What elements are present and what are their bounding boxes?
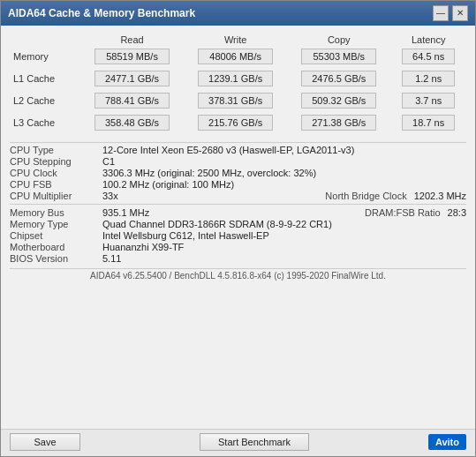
latency-cell: 18.7 ns	[390, 113, 466, 132]
nb-clock-label: North Bridge Clock	[254, 191, 406, 201]
copy-cell: 55303 MB/s	[287, 47, 390, 66]
cpu-fsb-row: CPU FSB 100.2 MHz (original: 100 MHz)	[10, 179, 466, 190]
minimize-button[interactable]: —	[433, 5, 449, 21]
bios-row: BIOS Version 5.11	[10, 253, 466, 264]
close-button[interactable]: ✕	[452, 5, 468, 21]
benchmark-table: Read Write Copy Latency Memory 58519 MB/…	[10, 33, 466, 135]
content-area: Read Write Copy Latency Memory 58519 MB/…	[1, 26, 475, 429]
memory-type-label: Memory Type	[10, 219, 102, 229]
table-row: L1 Cache 2477.1 GB/s 1239.1 GB/s 2476.5 …	[10, 69, 466, 88]
read-cell: 788.41 GB/s	[80, 91, 184, 110]
cpu-clock-label: CPU Clock	[10, 168, 102, 178]
bios-value: 5.11	[102, 253, 466, 264]
motherboard-label: Motherboard	[10, 242, 102, 252]
chipset-value: Intel Wellsburg C612, Intel Haswell-EP	[102, 230, 466, 241]
cpu-multiplier-row: CPU Multiplier 33x North Bridge Clock 12…	[10, 191, 466, 201]
motherboard-value: Huananzhi X99-TF	[102, 242, 466, 252]
button-bar: Save Start Benchmark Avito	[1, 429, 475, 456]
cpu-stepping-label: CPU Stepping	[10, 156, 102, 167]
read-cell: 58519 MB/s	[80, 47, 184, 66]
read-cell: 358.48 GB/s	[80, 113, 184, 132]
memory-type-value: Quad Channel DDR3-1866R SDRAM (8-9-9-22 …	[102, 219, 466, 229]
chipset-label: Chipset	[10, 230, 102, 241]
main-window: AIDA64 Cache & Memory Benchmark — ✕ Read…	[0, 0, 476, 457]
cpu-stepping-row: CPU Stepping C1	[10, 156, 466, 167]
row-label: L1 Cache	[10, 69, 80, 88]
save-button[interactable]: Save	[10, 433, 80, 451]
row-label: Memory	[10, 47, 80, 66]
footer-note: AIDA64 v6.25.5400 / BenchDLL 4.5.816.8-x…	[10, 268, 466, 284]
cpu-type-value: 12-Core Intel Xeon E5-2680 v3 (Haswell-E…	[102, 145, 466, 155]
memory-bus-label: Memory Bus	[10, 207, 102, 218]
memory-type-row: Memory Type Quad Channel DDR3-1866R SDRA…	[10, 219, 466, 229]
cpu-clock-row: CPU Clock 3306.3 MHz (original: 2500 MHz…	[10, 168, 466, 178]
title-bar: AIDA64 Cache & Memory Benchmark — ✕	[1, 1, 475, 26]
table-row: L3 Cache 358.48 GB/s 215.76 GB/s 271.38 …	[10, 113, 466, 132]
table-row: Memory 58519 MB/s 48006 MB/s 55303 MB/s …	[10, 47, 466, 66]
bios-label: BIOS Version	[10, 253, 102, 264]
row-label: L2 Cache	[10, 91, 80, 110]
col-header-latency: Latency	[390, 33, 466, 47]
copy-cell: 271.38 GB/s	[287, 113, 390, 132]
cpu-fsb-label: CPU FSB	[10, 179, 102, 190]
cpu-clock-value: 3306.3 MHz (original: 2500 MHz, overcloc…	[102, 168, 466, 178]
avito-badge: Avito	[428, 434, 466, 450]
write-cell: 378.31 GB/s	[184, 91, 287, 110]
window-controls: — ✕	[433, 5, 468, 21]
table-row: L2 Cache 788.41 GB/s 378.31 GB/s 509.32 …	[10, 91, 466, 110]
info-section: CPU Type 12-Core Intel Xeon E5-2680 v3 (…	[10, 145, 466, 265]
window-title: AIDA64 Cache & Memory Benchmark	[8, 7, 195, 19]
dram-fsb-label: DRAM:FSB Ratio	[271, 207, 440, 218]
cpu-type-row: CPU Type 12-Core Intel Xeon E5-2680 v3 (…	[10, 145, 466, 155]
chipset-row: Chipset Intel Wellsburg C612, Intel Hasw…	[10, 230, 466, 241]
cpu-multiplier-label: CPU Multiplier	[10, 191, 102, 201]
memory-bus-row: Memory Bus 935.1 MHz DRAM:FSB Ratio 28:3	[10, 207, 466, 218]
copy-cell: 2476.5 GB/s	[287, 69, 390, 88]
divider-1	[10, 142, 466, 143]
benchmark-button[interactable]: Start Benchmark	[200, 433, 309, 451]
col-header-copy: Copy	[287, 33, 390, 47]
col-header-read: Read	[80, 33, 184, 47]
write-cell: 1239.1 GB/s	[184, 69, 287, 88]
write-cell: 215.76 GB/s	[184, 113, 287, 132]
cpu-fsb-value: 100.2 MHz (original: 100 MHz)	[102, 179, 466, 190]
write-cell: 48006 MB/s	[184, 47, 287, 66]
copy-cell: 509.32 GB/s	[287, 91, 390, 110]
divider-2	[10, 204, 466, 205]
latency-cell: 1.2 ns	[390, 69, 466, 88]
col-header-write: Write	[184, 33, 287, 47]
nb-clock-value: 1202.3 MHz	[414, 191, 466, 201]
latency-cell: 3.7 ns	[390, 91, 466, 110]
dram-fsb-value: 28:3	[448, 207, 466, 218]
row-label: L3 Cache	[10, 113, 80, 132]
cpu-multiplier-value: 33x	[102, 191, 254, 201]
motherboard-row: Motherboard Huananzhi X99-TF	[10, 242, 466, 252]
cpu-type-label: CPU Type	[10, 145, 102, 155]
memory-bus-value: 935.1 MHz	[102, 207, 271, 218]
latency-cell: 64.5 ns	[390, 47, 466, 66]
cpu-stepping-value: C1	[102, 156, 466, 167]
read-cell: 2477.1 GB/s	[80, 69, 184, 88]
